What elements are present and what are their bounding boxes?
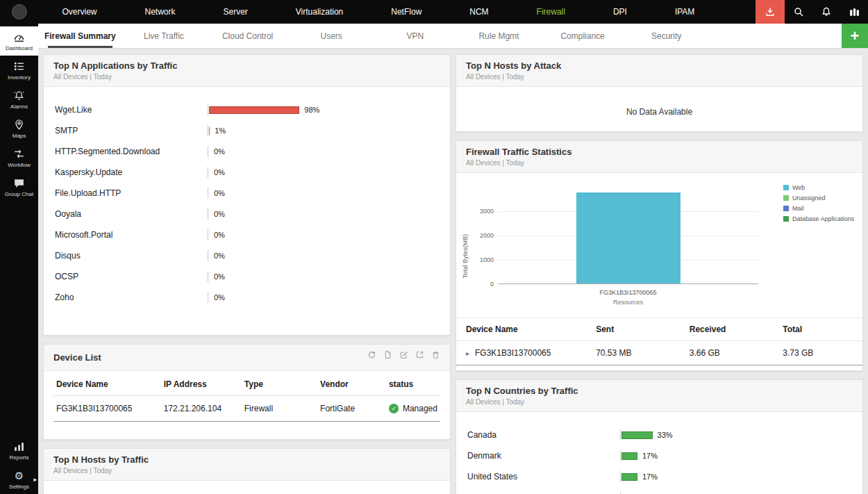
bar-row: Microsoft.Portal 0% xyxy=(55,224,439,245)
topnav-server[interactable]: Server xyxy=(223,7,247,17)
topnav-overview[interactable]: Overview xyxy=(62,7,97,17)
add-widget-button[interactable]: + xyxy=(842,24,868,48)
col-received: Received xyxy=(680,318,774,340)
status-cell: ✓ Managed xyxy=(386,396,440,422)
refresh-icon[interactable] xyxy=(367,350,376,359)
legend-label: Database Applications xyxy=(792,215,854,222)
expand-arrow-icon[interactable]: ▸ xyxy=(33,476,37,483)
col-total: Total xyxy=(773,318,862,340)
status-text: Managed xyxy=(403,404,437,413)
y-tick: 2000 xyxy=(480,232,494,239)
card-header: Device List xyxy=(44,345,450,371)
card-firewall-traffic-statistics: Firewall Traffic Statistics All Devices … xyxy=(456,140,863,371)
col-device-name: Device Name xyxy=(456,318,586,340)
bar-percent: 98% xyxy=(304,106,319,114)
bar-track: 0% xyxy=(208,146,439,157)
widgets-button[interactable] xyxy=(840,0,868,24)
tab-rule-mgmt[interactable]: Rule Mgmt xyxy=(457,24,541,48)
card-subtitle: All Devices | Today xyxy=(466,73,561,81)
sidebar-item-inventory[interactable]: Inventory xyxy=(0,56,38,85)
sidebar-item-dashboard[interactable]: Dashboard xyxy=(0,26,38,56)
bar-row: Kaspersky.Update 0% xyxy=(55,162,439,183)
topnav-netflow[interactable]: NetFlow xyxy=(391,7,422,17)
y-tick: 0 xyxy=(490,281,494,288)
notifications-button[interactable] xyxy=(812,0,840,24)
bar-percent: 1% xyxy=(215,126,226,135)
bar-track: 0% xyxy=(208,292,439,303)
card-subtitle: All Devices | Today xyxy=(53,73,177,81)
tab-vpn[interactable]: VPN xyxy=(374,24,458,48)
received-cell: 3.66 GB xyxy=(680,340,774,365)
topnav-ipam[interactable]: IPAM xyxy=(675,7,694,17)
delete-icon[interactable] xyxy=(431,350,440,359)
bar-track: 0% xyxy=(208,250,439,261)
sidebar-item-alarms[interactable]: Alarms xyxy=(0,85,38,114)
col-device-name: Device Name xyxy=(53,372,161,396)
device-name-cell[interactable]: ▸FG3K1B3I13700065 xyxy=(456,340,586,365)
app-name: Microsoft.Portal xyxy=(55,230,208,240)
bar-percent: 0% xyxy=(214,210,225,218)
bar-row: Hong Kong 8% xyxy=(467,487,851,494)
topnav-firewall[interactable]: Firewall xyxy=(537,7,565,17)
device-name-cell[interactable]: FG3K1B3I13700065 xyxy=(53,396,161,422)
bar-track: 1% xyxy=(208,125,439,136)
bar-row: Zoho 0% xyxy=(55,287,439,308)
bar-row: HTTP.Segmented.Download 0% xyxy=(55,141,439,162)
bar-track: 0% xyxy=(208,271,439,282)
tab-users[interactable]: Users xyxy=(290,24,374,48)
gear-icon: ⚙ xyxy=(15,470,24,481)
inventory-list-icon xyxy=(13,60,25,72)
tab-firewall-summary[interactable]: Firewall Summary xyxy=(38,24,122,48)
bar-row: Denmark 17% xyxy=(467,445,851,466)
bar-percent: 0% xyxy=(214,252,225,260)
sidebar-item-maps[interactable]: Maps xyxy=(0,114,38,143)
search-button[interactable] xyxy=(785,0,812,24)
left-column: Top N Applications by Traffic All Device… xyxy=(43,54,451,488)
y-tick: 1000 xyxy=(480,256,494,263)
card-title: Top N Hosts by Attack xyxy=(466,60,561,71)
traffic-stats-table: Device Name Sent Received Total ▸FG3K1B3… xyxy=(456,318,862,365)
download-icon xyxy=(765,6,776,17)
export-icon[interactable] xyxy=(415,350,424,359)
sidebar-label: Alarms xyxy=(10,104,28,110)
card-header: Top N Hosts by Traffic All Devices | Tod… xyxy=(44,449,450,481)
edit-icon[interactable] xyxy=(399,350,408,359)
sidebar: Dashboard Inventory Alarms Maps Workflow… xyxy=(0,24,38,494)
card-subtitle: All Devices | Today xyxy=(53,467,149,475)
topnav-dpi[interactable]: DPI xyxy=(613,7,627,17)
sidebar-item-settings[interactable]: ⚙ Settings ▸ xyxy=(0,465,38,494)
dashboard-gauge-icon xyxy=(13,31,25,43)
card-title: Top N Countries by Traffic xyxy=(466,386,578,396)
tab-cloud-control[interactable]: Cloud Control xyxy=(206,24,290,48)
row-expander-icon[interactable]: ▸ xyxy=(466,349,469,357)
topnav-network[interactable]: Network xyxy=(144,7,175,17)
user-avatar[interactable] xyxy=(0,0,38,24)
sidebar-label: Inventory xyxy=(8,74,31,81)
traffic-bar xyxy=(209,127,210,135)
device-row[interactable]: FG3K1B3I13700065 172.21.206.104 Firewall… xyxy=(53,396,440,422)
no-data-message: No Data Available xyxy=(456,87,862,132)
tabs: Firewall Summary Live Traffic Cloud Cont… xyxy=(38,24,708,48)
app-name: Ooyala xyxy=(55,209,208,219)
sidebar-item-workflow[interactable]: Workflow xyxy=(0,143,38,172)
web-traffic-bar[interactable] xyxy=(576,192,681,283)
sent-cell: 70.53 MB xyxy=(586,340,680,365)
traffic-bar-chart: Total Bytes(MB) 3000 2000 1000 0 FG3K1B3… xyxy=(456,173,862,311)
bar-row: OCSP 0% xyxy=(55,266,439,287)
topnav-ncm[interactable]: NCM xyxy=(469,7,488,17)
tab-security[interactable]: Security xyxy=(624,24,708,48)
type-cell: Firewall xyxy=(242,396,317,422)
topnav-virtualization[interactable]: Virtualization xyxy=(296,7,343,17)
bar-percent: 17% xyxy=(642,452,658,460)
x-axis-title: Resources xyxy=(498,297,758,307)
tab-compliance[interactable]: Compliance xyxy=(541,24,625,48)
download-button[interactable] xyxy=(756,0,785,24)
stats-row[interactable]: ▸FG3K1B3I13700065 70.53 MB 3.66 GB 3.73 … xyxy=(456,340,862,365)
app-name: Wget.Like xyxy=(55,105,208,115)
sidebar-item-group-chat[interactable]: Group Chat xyxy=(0,172,38,201)
document-icon[interactable] xyxy=(383,350,392,359)
device-table: Device Name IP Address Type Vendor statu… xyxy=(53,372,440,422)
sidebar-item-reports[interactable]: Reports xyxy=(0,436,38,465)
app-traffic-bars: Wget.Like 98% SMTP 1% xyxy=(44,87,450,313)
tab-live-traffic[interactable]: Live Traffic xyxy=(122,24,206,48)
